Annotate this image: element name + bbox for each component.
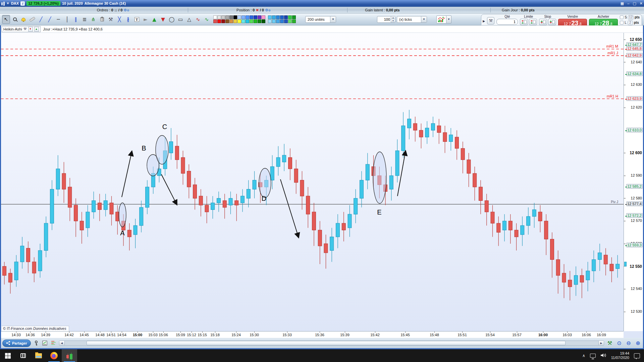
orders-gear-icon[interactable]: ⚙⚙	[123, 8, 129, 12]
chart-style-button[interactable]: ▼	[436, 15, 451, 23]
scroll-left-icon[interactable]: ◀	[59, 341, 65, 345]
vertical-line-tool[interactable]: │	[63, 15, 71, 24]
firefox-button[interactable]	[46, 349, 62, 362]
trendline-tool[interactable]: ╱	[46, 15, 54, 24]
palette-color[interactable]	[254, 19, 257, 23]
palette-color[interactable]	[225, 15, 229, 19]
palette-color[interactable]	[254, 15, 257, 19]
trade-settings-wrench-icon[interactable]: ⚒	[487, 17, 494, 24]
file-explorer-button[interactable]	[31, 349, 46, 362]
triangle-tool[interactable]: △	[185, 15, 193, 24]
ticks-count-spinner[interactable]: ▲▼	[377, 16, 395, 23]
symbol-dropdown-caret[interactable]: ▼	[6, 2, 9, 5]
clock[interactable]: 19:44 11/07/2020	[611, 351, 629, 360]
trash-tool[interactable]	[98, 15, 106, 24]
orders-list-icon[interactable]: ▦	[114, 8, 117, 12]
maximize-button[interactable]: ▢	[633, 1, 636, 6]
auto-scale-wrench-icon[interactable]: ⚒	[606, 340, 613, 347]
close-button[interactable]: ✕	[640, 1, 643, 6]
scrollbar-thumb[interactable]	[87, 341, 566, 345]
horizontal-line-tool[interactable]: ─	[54, 15, 62, 24]
timeframe-select[interactable]: (x) ticks ▼	[397, 16, 427, 23]
minimize-button[interactable]: –	[627, 1, 629, 5]
arrow-down-tool[interactable]: ▼	[159, 15, 167, 24]
qty-input[interactable]	[496, 19, 518, 25]
pitchfork-tool[interactable]: ⋔	[89, 15, 97, 24]
volume-profile-icon[interactable]	[50, 340, 57, 347]
delete-drawing-tool[interactable]: ╳	[115, 15, 123, 24]
buy-arrow-icon[interactable]: ▲	[34, 27, 39, 32]
candle-palette-color[interactable]	[284, 19, 288, 23]
palette-color[interactable]	[258, 19, 261, 23]
units-select[interactable]: 200 unités ▼	[305, 16, 336, 23]
palette-color[interactable]	[221, 19, 225, 23]
task-view-button[interactable]	[15, 349, 31, 362]
palette-color[interactable]	[241, 15, 245, 19]
palette-color[interactable]	[258, 15, 261, 19]
news-panel-icon[interactable]	[42, 340, 48, 347]
speaker-icon[interactable]	[600, 353, 606, 358]
sell-arrow-icon[interactable]: ▼	[28, 27, 33, 32]
stop-buy-order-button[interactable]	[548, 19, 556, 25]
palette-color[interactable]	[229, 19, 233, 23]
candle-palette-color[interactable]	[276, 15, 280, 19]
position-gear-icon[interactable]: ⚙⚙	[265, 8, 271, 12]
tray-expand-icon[interactable]: ∧	[582, 353, 585, 358]
candle-palette-color[interactable]	[284, 15, 288, 19]
ticks-count-input[interactable]	[377, 17, 391, 22]
trading-app-button[interactable]	[62, 349, 77, 362]
horizontal-scrollbar[interactable]: ◀ ▶	[59, 341, 604, 346]
palette-color[interactable]	[237, 15, 241, 19]
limit-buy-order-button[interactable]	[529, 19, 537, 25]
share-button[interactable]: Partager	[2, 340, 31, 347]
palette-color[interactable]	[217, 15, 221, 19]
symbol-name[interactable]: DAX	[11, 1, 19, 5]
palette-color[interactable]	[262, 15, 265, 19]
palette-color[interactable]	[229, 15, 233, 19]
palette-color[interactable]	[250, 15, 253, 19]
network-display-icon[interactable]	[590, 354, 596, 358]
limit-sell-order-button[interactable]	[520, 19, 528, 25]
candle-palette-color[interactable]	[292, 19, 296, 23]
chevron-down-icon[interactable]: ▼	[330, 16, 336, 22]
palette-color[interactable]	[237, 19, 241, 23]
layout-grid-icon[interactable]: ▦	[621, 1, 624, 6]
rectangle-tool[interactable]: ▭	[176, 15, 184, 24]
candle-palette-color[interactable]	[292, 15, 296, 19]
palette-color[interactable]	[217, 19, 221, 23]
spin-down-icon[interactable]: ▼	[391, 19, 395, 22]
zigzag-tool[interactable]: ∿	[194, 15, 202, 24]
candle-palette-color[interactable]	[272, 19, 276, 23]
candle-palette-color[interactable]	[280, 15, 284, 19]
panel-collapse-icon[interactable]: ▶	[483, 19, 485, 23]
stop-sell-order-button[interactable]	[539, 19, 547, 25]
candle-palette-color[interactable]	[268, 19, 272, 23]
alert-bell-tool[interactable]	[19, 15, 28, 24]
ruler-tool[interactable]	[28, 15, 36, 24]
stop-checkbox[interactable]	[620, 15, 624, 19]
start-button[interactable]	[0, 349, 15, 362]
indicator-settings-wrench-icon[interactable]: ⚒	[23, 27, 27, 31]
crossed-lines-tool[interactable]: ∦	[124, 15, 132, 24]
palette-color[interactable]	[246, 15, 249, 19]
chevron-down-icon[interactable]: ▼	[446, 15, 451, 23]
tools-settings[interactable]: ⚒	[107, 15, 115, 24]
chevron-down-icon[interactable]: ▼	[421, 16, 427, 22]
fibonacci-tool[interactable]: ≣	[80, 15, 89, 24]
zoom-out-icon[interactable]: ⊖	[625, 340, 632, 347]
arrow-right-tool[interactable]: ►	[142, 15, 150, 24]
price-axis[interactable]: 12 65012 64012 63012 62012 60012 59012 5…	[624, 25, 643, 331]
palette-color[interactable]	[233, 19, 237, 23]
zoom-tool[interactable]	[11, 15, 19, 24]
candle-palette-color[interactable]	[288, 15, 292, 19]
ellipse-tool[interactable]: ◯	[168, 15, 176, 24]
limit-checkbox[interactable]	[620, 21, 624, 24]
stop-distance-value[interactable]: 12	[628, 15, 634, 20]
candle-palette-color[interactable]	[268, 15, 272, 19]
scroll-right-icon[interactable]: ▶	[598, 341, 604, 345]
candlestick-chart[interactable]: mR1 MmR1 JmR1 HPiv JABCDE	[1, 25, 624, 331]
arrow-up-tool[interactable]: ▲	[150, 15, 158, 24]
limit-distance-value[interactable]: 2	[628, 20, 633, 25]
candle-palette-color[interactable]	[288, 19, 292, 23]
palette-color[interactable]	[250, 19, 253, 23]
